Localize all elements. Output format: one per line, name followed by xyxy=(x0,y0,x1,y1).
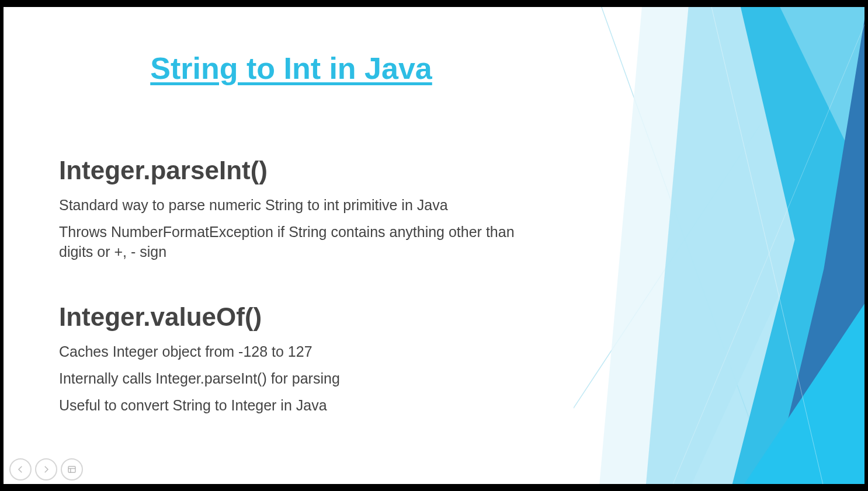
body-line: Throws NumberFormatException if String c… xyxy=(59,222,523,262)
section-heading-valueof: Integer.valueOf() xyxy=(59,302,523,332)
decor-svg xyxy=(574,7,864,484)
slide-menu-button[interactable] xyxy=(61,458,83,480)
svg-marker-6 xyxy=(766,19,864,484)
chevron-right-icon xyxy=(41,464,51,475)
body-line: Caches Integer object from -128 to 127 xyxy=(59,342,523,362)
svg-marker-3 xyxy=(643,7,864,484)
slide-canvas: String to Int in Java Integer.parseInt()… xyxy=(4,7,864,484)
next-slide-button[interactable] xyxy=(35,458,57,480)
svg-line-0 xyxy=(591,7,783,484)
svg-line-1 xyxy=(574,7,864,443)
svg-marker-5 xyxy=(772,7,864,182)
slide-title: String to Int in Java xyxy=(59,51,523,86)
slide-content: String to Int in Java Integer.parseInt()… xyxy=(4,7,576,416)
svg-marker-4 xyxy=(725,7,864,484)
prev-slide-button[interactable] xyxy=(9,458,32,480)
svg-marker-2 xyxy=(597,7,818,484)
menu-icon xyxy=(67,464,77,475)
body-line: Internally calls Integer.parseInt() for … xyxy=(59,369,523,389)
body-line: Useful to convert String to Integer in J… xyxy=(59,396,523,416)
slide-controls xyxy=(9,458,83,480)
svg-line-8 xyxy=(707,7,829,484)
svg-marker-7 xyxy=(725,304,864,484)
svg-rect-10 xyxy=(68,466,75,473)
svg-line-9 xyxy=(661,25,864,484)
chevron-left-icon xyxy=(15,464,26,475)
body-line: Standard way to parse numeric String to … xyxy=(59,196,523,215)
section-heading-parseint: Integer.parseInt() xyxy=(59,156,523,185)
